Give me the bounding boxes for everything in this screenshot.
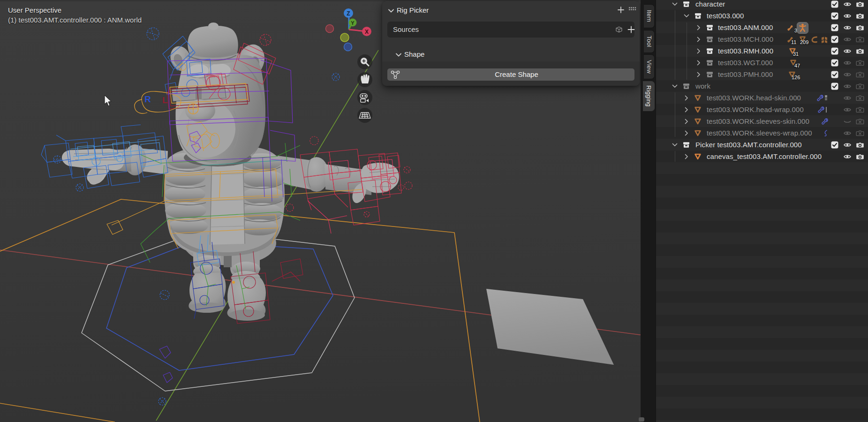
svg-text:Y: Y	[351, 20, 355, 26]
svg-text:R: R	[144, 94, 151, 104]
svg-text:Z: Z	[347, 10, 350, 17]
svg-text:L: L	[162, 95, 168, 105]
svg-text:X: X	[365, 29, 369, 35]
